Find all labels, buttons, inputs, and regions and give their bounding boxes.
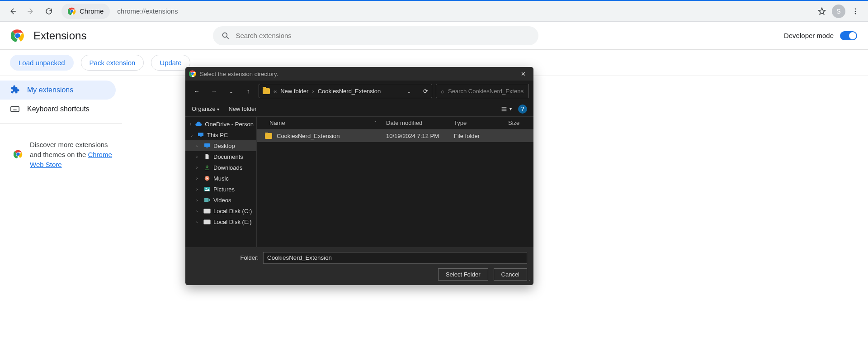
chrome-icon [189, 70, 196, 77]
col-name[interactable]: Name [269, 119, 285, 126]
tree-node-label: Local Disk (C:) [213, 208, 252, 214]
kebab-icon [851, 7, 859, 15]
back-button[interactable] [5, 3, 21, 19]
chevron-icon: › [196, 176, 201, 181]
tree-node-icon [203, 196, 211, 204]
pack-extension-button[interactable]: Pack extension [81, 55, 144, 71]
chevron-icon: › [196, 187, 201, 192]
chevron-icon: › [190, 122, 192, 127]
tree-node-icon [197, 131, 204, 138]
keyboard-icon [10, 104, 20, 114]
file-list: Name ⌃ Date modified Type Size CookiesNe… [257, 117, 533, 247]
tree-node[interactable]: ›Documents [185, 151, 256, 162]
tree-node-label: Desktop [213, 143, 235, 149]
tree-node-label: This PC [207, 132, 228, 138]
chrome-logo-icon [11, 29, 24, 43]
resize-grip-icon[interactable]: ⋰ [527, 278, 532, 284]
chrome-store-icon [14, 150, 23, 159]
breadcrumb-segment[interactable]: New folder [280, 88, 308, 95]
file-dialog: Select the extension directory. ✕ ← → ⌄ … [185, 67, 533, 285]
chevron-icon: ⌄ [190, 133, 194, 138]
search-input[interactable] [236, 32, 530, 39]
svg-rect-14 [200, 136, 202, 137]
address-url[interactable]: chrome://extensions [117, 7, 178, 15]
sidebar-item-my-extensions[interactable]: My extensions [0, 81, 116, 100]
col-date[interactable]: Date modified [386, 119, 454, 126]
overflow-menu-button[interactable] [847, 3, 863, 19]
search-extensions[interactable] [213, 26, 538, 45]
tree-node[interactable]: ›Videos [185, 195, 256, 205]
svg-rect-13 [198, 133, 203, 136]
update-button[interactable]: Update [151, 55, 190, 71]
folder-icon [265, 133, 272, 139]
site-chip[interactable]: Chrome [61, 4, 110, 19]
sidebar: My extensions Keyboard shortcuts Discove… [0, 76, 122, 169]
select-folder-button[interactable]: Select Folder [438, 268, 488, 281]
row-date: 10/19/2024 7:12 PM [386, 133, 454, 139]
dialog-search-placeholder: Search CookiesNerd_Extensi... [448, 88, 524, 95]
tree-node[interactable]: ›Downloads [185, 162, 256, 173]
browser-toolbar: Chrome chrome://extensions S [0, 1, 868, 22]
tree-node-label: Pictures [213, 186, 235, 193]
row-name: CookiesNerd_Extension [277, 133, 340, 139]
breadcrumb[interactable]: « New folder › CookiesNerd_Extension ⌄ ⟳ [259, 84, 432, 98]
dialog-toolbar: Organize ▾ New folder ▾ ? [185, 101, 533, 117]
dialog-recent-button[interactable]: ⌄ [224, 84, 238, 98]
site-chip-label: Chrome [80, 7, 104, 15]
forward-button[interactable] [23, 3, 39, 19]
view-mode-button[interactable]: ▾ [500, 105, 512, 113]
reload-button[interactable] [41, 3, 57, 19]
tree-node[interactable]: ›Pictures [185, 184, 256, 195]
bookmark-button[interactable] [814, 3, 830, 19]
cancel-button[interactable]: Cancel [494, 268, 527, 281]
folder-name-input[interactable] [263, 252, 527, 264]
refresh-button[interactable]: ⟳ [423, 88, 428, 95]
sidebar-item-keyboard-shortcuts[interactable]: Keyboard shortcuts [0, 100, 116, 119]
load-unpacked-button[interactable]: Load unpacked [10, 55, 74, 71]
tree-node[interactable]: ›Local Disk (E:) [185, 216, 256, 227]
dialog-back-button[interactable]: ← [190, 84, 203, 98]
tree-node-label: Local Disk (E:) [213, 219, 252, 225]
row-type: File folder [454, 133, 508, 139]
tree-node[interactable]: ›Local Disk (C:) [185, 205, 256, 216]
svg-rect-16 [206, 148, 208, 148]
tree-node[interactable]: ⌄This PC [185, 129, 256, 140]
developer-mode-toggle[interactable] [840, 31, 857, 40]
tree-node[interactable]: ›Music [185, 173, 256, 184]
tree-node-label: Documents [213, 153, 243, 160]
organize-menu[interactable]: Organize ▾ [192, 105, 219, 112]
tree-node-icon [203, 164, 211, 171]
dialog-titlebar[interactable]: Select the extension directory. ✕ [185, 67, 533, 81]
chevron-down-icon[interactable]: ⌄ [406, 88, 411, 95]
tree-node-icon [203, 207, 211, 214]
reload-icon [45, 7, 53, 15]
list-row[interactable]: CookiesNerd_Extension10/19/2024 7:12 PMF… [257, 129, 533, 142]
tree-node-label: Music [213, 175, 229, 182]
arrow-right-icon [27, 7, 35, 15]
discover-text: Discover more extensions and themes on t… [0, 128, 122, 169]
tree-node-icon [203, 186, 211, 193]
tree-node-label: Videos [213, 197, 231, 204]
col-size[interactable]: Size [508, 119, 533, 126]
star-icon [817, 7, 826, 16]
arrow-left-icon [9, 7, 17, 15]
tree-node[interactable]: ›OneDrive - Person [185, 119, 256, 129]
new-folder-button[interactable]: New folder [228, 105, 256, 112]
svg-point-4 [855, 13, 856, 14]
dialog-close-button[interactable]: ✕ [516, 71, 530, 77]
sort-asc-icon: ⌃ [373, 120, 377, 125]
dialog-up-button[interactable]: ↑ [241, 84, 255, 98]
breadcrumb-segment[interactable]: CookiesNerd_Extension [318, 88, 381, 95]
help-button[interactable]: ? [518, 105, 527, 114]
dialog-forward-button[interactable]: → [207, 84, 221, 98]
list-header[interactable]: Name ⌃ Date modified Type Size [257, 117, 533, 129]
developer-mode-label: Developer mode [784, 32, 834, 39]
col-type[interactable]: Type [454, 119, 508, 126]
svg-point-3 [855, 10, 856, 12]
folder-field-label: Folder: [192, 254, 259, 261]
extensions-header: Extensions Developer mode [0, 22, 868, 50]
tree-node[interactable]: ›Desktop [185, 140, 256, 151]
dialog-search[interactable]: ⌕ Search CookiesNerd_Extensi... [436, 84, 529, 98]
tree-node-label: Downloads [213, 164, 242, 171]
profile-avatar[interactable]: S [832, 5, 845, 18]
